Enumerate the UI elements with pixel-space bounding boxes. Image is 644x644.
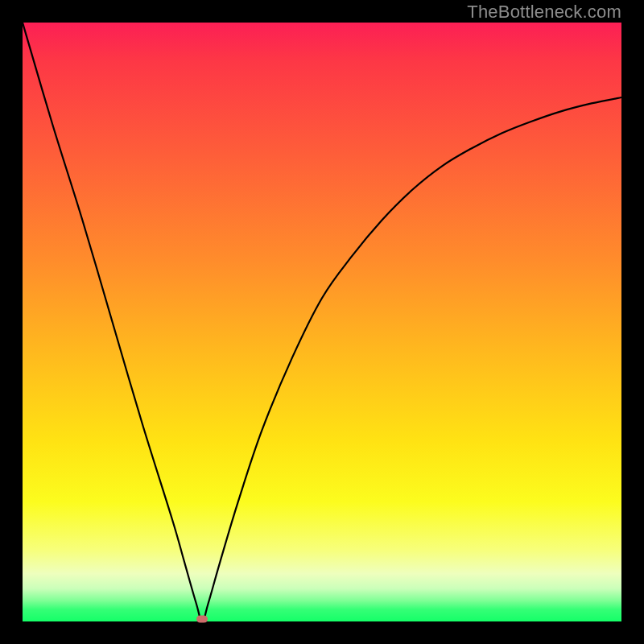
chart-frame: TheBottleneck.com: [0, 0, 644, 644]
curve-svg: [23, 23, 621, 621]
bottleneck-curve-path: [23, 23, 621, 621]
watermark-text: TheBottleneck.com: [467, 2, 621, 23]
min-marker: [196, 616, 208, 623]
plot-area: [23, 23, 621, 621]
